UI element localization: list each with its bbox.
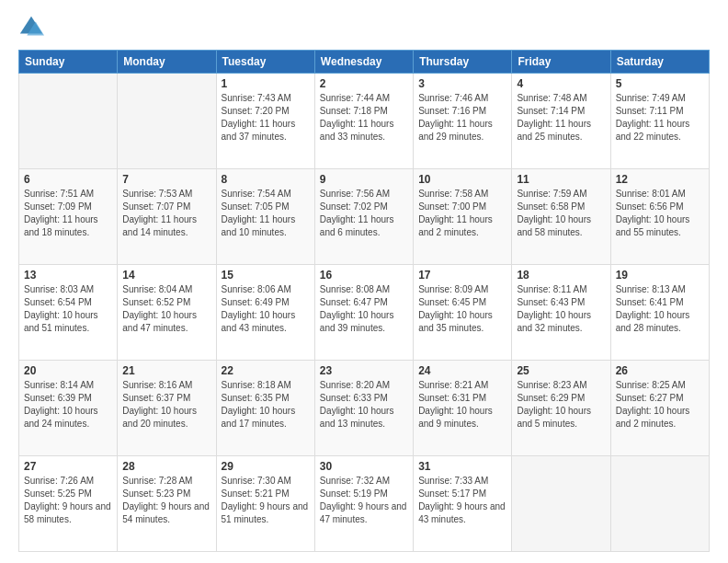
calendar-cell: 13Sunrise: 8:03 AMSunset: 6:54 PMDayligh…	[19, 265, 118, 361]
calendar-cell	[19, 74, 118, 169]
calendar-week-3: 13Sunrise: 8:03 AMSunset: 6:54 PMDayligh…	[19, 265, 710, 361]
day-info: Sunrise: 7:54 AMSunset: 7:05 PMDaylight:…	[222, 188, 310, 239]
calendar-cell: 29Sunrise: 7:30 AMSunset: 5:21 PMDayligh…	[216, 456, 314, 552]
day-info: Sunrise: 7:26 AMSunset: 5:25 PMDaylight:…	[24, 475, 112, 526]
calendar-cell: 24Sunrise: 8:21 AMSunset: 6:31 PMDayligh…	[414, 361, 512, 456]
calendar-cell: 22Sunrise: 8:18 AMSunset: 6:35 PMDayligh…	[216, 361, 314, 456]
day-number: 31	[418, 460, 506, 473]
calendar-cell	[118, 74, 216, 169]
day-number: 5	[616, 77, 704, 90]
calendar-week-1: 1Sunrise: 7:43 AMSunset: 7:20 PMDaylight…	[19, 74, 710, 169]
day-info: Sunrise: 7:51 AMSunset: 7:09 PMDaylight:…	[24, 188, 112, 239]
calendar-header-tuesday: Tuesday	[216, 51, 314, 74]
day-number: 21	[122, 364, 210, 377]
day-number: 13	[24, 269, 112, 282]
calendar-header-sunday: Sunday	[19, 51, 118, 74]
day-number: 15	[222, 269, 310, 282]
day-number: 12	[616, 173, 704, 186]
calendar-cell: 16Sunrise: 8:08 AMSunset: 6:47 PMDayligh…	[314, 265, 413, 361]
calendar-table: SundayMondayTuesdayWednesdayThursdayFrid…	[18, 50, 710, 552]
logo-icon	[18, 15, 44, 40]
day-info: Sunrise: 8:25 AMSunset: 6:27 PMDaylight:…	[616, 379, 704, 431]
day-info: Sunrise: 8:06 AMSunset: 6:49 PMDaylight:…	[222, 283, 310, 335]
calendar-cell	[610, 456, 709, 552]
calendar-cell: 10Sunrise: 7:58 AMSunset: 7:00 PMDayligh…	[414, 169, 512, 265]
calendar-cell: 7Sunrise: 7:53 AMSunset: 7:07 PMDaylight…	[118, 169, 216, 265]
day-number: 25	[517, 364, 605, 377]
calendar-cell: 31Sunrise: 7:33 AMSunset: 5:17 PMDayligh…	[414, 456, 512, 552]
day-info: Sunrise: 8:20 AMSunset: 6:33 PMDaylight:…	[320, 379, 408, 431]
calendar-cell: 3Sunrise: 7:46 AMSunset: 7:16 PMDaylight…	[414, 74, 512, 169]
calendar-cell: 14Sunrise: 8:04 AMSunset: 6:52 PMDayligh…	[118, 265, 216, 361]
day-number: 27	[24, 460, 112, 473]
header	[18, 15, 710, 40]
calendar-cell: 20Sunrise: 8:14 AMSunset: 6:39 PMDayligh…	[19, 361, 118, 456]
calendar-cell: 25Sunrise: 8:23 AMSunset: 6:29 PMDayligh…	[512, 361, 610, 456]
day-info: Sunrise: 8:14 AMSunset: 6:39 PMDaylight:…	[24, 379, 112, 431]
day-info: Sunrise: 7:48 AMSunset: 7:14 PMDaylight:…	[517, 92, 605, 144]
day-number: 6	[24, 173, 112, 186]
calendar-cell: 2Sunrise: 7:44 AMSunset: 7:18 PMDaylight…	[314, 74, 413, 169]
day-info: Sunrise: 8:18 AMSunset: 6:35 PMDaylight:…	[222, 379, 310, 431]
calendar-cell: 12Sunrise: 8:01 AMSunset: 6:56 PMDayligh…	[610, 169, 709, 265]
calendar-cell: 9Sunrise: 7:56 AMSunset: 7:02 PMDaylight…	[314, 169, 413, 265]
calendar-header-friday: Friday	[512, 51, 610, 74]
day-info: Sunrise: 7:56 AMSunset: 7:02 PMDaylight:…	[320, 188, 408, 239]
day-info: Sunrise: 7:53 AMSunset: 7:07 PMDaylight:…	[122, 188, 210, 239]
calendar-cell: 8Sunrise: 7:54 AMSunset: 7:05 PMDaylight…	[216, 169, 314, 265]
page: SundayMondayTuesdayWednesdayThursdayFrid…	[0, 0, 728, 563]
day-info: Sunrise: 7:59 AMSunset: 6:58 PMDaylight:…	[517, 188, 605, 239]
day-number: 23	[320, 364, 408, 377]
calendar-cell: 26Sunrise: 8:25 AMSunset: 6:27 PMDayligh…	[610, 361, 709, 456]
calendar-header-thursday: Thursday	[414, 51, 512, 74]
day-number: 4	[517, 77, 605, 90]
calendar-cell: 6Sunrise: 7:51 AMSunset: 7:09 PMDaylight…	[19, 169, 118, 265]
day-number: 2	[320, 77, 408, 90]
day-number: 30	[320, 460, 408, 473]
day-number: 7	[122, 173, 210, 186]
day-number: 24	[418, 364, 506, 377]
calendar-cell: 17Sunrise: 8:09 AMSunset: 6:45 PMDayligh…	[414, 265, 512, 361]
day-info: Sunrise: 7:49 AMSunset: 7:11 PMDaylight:…	[616, 92, 704, 144]
day-number: 11	[517, 173, 605, 186]
day-info: Sunrise: 8:01 AMSunset: 6:56 PMDaylight:…	[616, 188, 704, 239]
calendar-cell	[512, 456, 610, 552]
calendar-cell: 11Sunrise: 7:59 AMSunset: 6:58 PMDayligh…	[512, 169, 610, 265]
day-number: 22	[222, 364, 310, 377]
calendar-header-row: SundayMondayTuesdayWednesdayThursdayFrid…	[19, 51, 710, 74]
day-number: 10	[418, 173, 506, 186]
day-info: Sunrise: 7:30 AMSunset: 5:21 PMDaylight:…	[222, 475, 310, 526]
calendar-cell: 15Sunrise: 8:06 AMSunset: 6:49 PMDayligh…	[216, 265, 314, 361]
calendar-header-saturday: Saturday	[610, 51, 709, 74]
day-info: Sunrise: 8:23 AMSunset: 6:29 PMDaylight:…	[517, 379, 605, 431]
day-number: 3	[418, 77, 506, 90]
day-info: Sunrise: 8:16 AMSunset: 6:37 PMDaylight:…	[122, 379, 210, 431]
calendar-cell: 19Sunrise: 8:13 AMSunset: 6:41 PMDayligh…	[610, 265, 709, 361]
day-info: Sunrise: 7:28 AMSunset: 5:23 PMDaylight:…	[122, 475, 210, 526]
day-number: 1	[222, 77, 310, 90]
day-number: 29	[222, 460, 310, 473]
day-number: 26	[616, 364, 704, 377]
day-info: Sunrise: 8:03 AMSunset: 6:54 PMDaylight:…	[24, 283, 112, 335]
calendar-cell: 23Sunrise: 8:20 AMSunset: 6:33 PMDayligh…	[314, 361, 413, 456]
day-info: Sunrise: 7:32 AMSunset: 5:19 PMDaylight:…	[320, 475, 408, 526]
calendar-cell: 5Sunrise: 7:49 AMSunset: 7:11 PMDaylight…	[610, 74, 709, 169]
day-number: 9	[320, 173, 408, 186]
day-number: 8	[222, 173, 310, 186]
calendar-header-monday: Monday	[118, 51, 216, 74]
day-number: 28	[122, 460, 210, 473]
day-number: 19	[616, 269, 704, 282]
day-info: Sunrise: 8:09 AMSunset: 6:45 PMDaylight:…	[418, 283, 506, 335]
day-number: 18	[517, 269, 605, 282]
day-info: Sunrise: 8:21 AMSunset: 6:31 PMDaylight:…	[418, 379, 506, 431]
calendar-header-wednesday: Wednesday	[314, 51, 413, 74]
day-info: Sunrise: 7:58 AMSunset: 7:00 PMDaylight:…	[418, 188, 506, 239]
calendar-week-2: 6Sunrise: 7:51 AMSunset: 7:09 PMDaylight…	[19, 169, 710, 265]
day-info: Sunrise: 7:33 AMSunset: 5:17 PMDaylight:…	[418, 475, 506, 526]
calendar-cell: 1Sunrise: 7:43 AMSunset: 7:20 PMDaylight…	[216, 74, 314, 169]
day-number: 16	[320, 269, 408, 282]
day-number: 20	[24, 364, 112, 377]
calendar-week-5: 27Sunrise: 7:26 AMSunset: 5:25 PMDayligh…	[19, 456, 710, 552]
day-info: Sunrise: 7:44 AMSunset: 7:18 PMDaylight:…	[320, 92, 408, 144]
calendar-cell: 18Sunrise: 8:11 AMSunset: 6:43 PMDayligh…	[512, 265, 610, 361]
